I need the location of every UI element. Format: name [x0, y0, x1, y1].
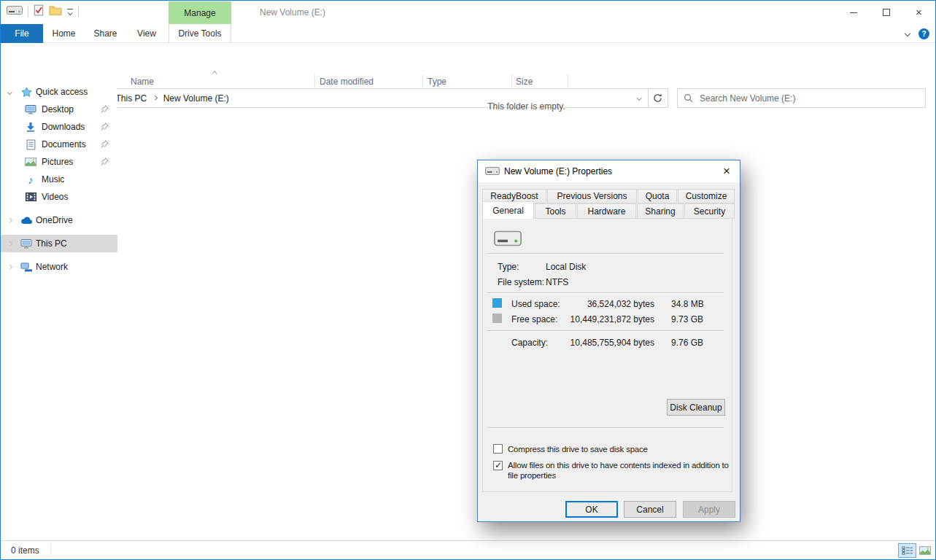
- tab-file[interactable]: File: [1, 24, 43, 43]
- minimize-icon: [850, 12, 857, 13]
- column-divider[interactable]: [568, 74, 568, 89]
- maximize-button[interactable]: [870, 1, 902, 23]
- index-contents-checkbox-label[interactable]: Allow files on this drive to have conten…: [508, 460, 734, 481]
- separator: [487, 330, 724, 332]
- capacity-readable: 9.76 GB: [671, 338, 703, 348]
- pin-icon: [101, 140, 109, 150]
- close-icon: ×: [916, 9, 922, 16]
- tab-general[interactable]: General: [482, 201, 534, 219]
- thumbnail-view-button[interactable]: [916, 543, 934, 558]
- type-value: Local Disk: [546, 262, 586, 272]
- tab-drive-tools[interactable]: Drive Tools: [169, 24, 231, 43]
- sidebar-item-label: Network: [36, 262, 68, 272]
- sidebar-item-onedrive[interactable]: OneDrive: [1, 211, 117, 229]
- compress-checkbox-label[interactable]: Compress this drive to save disk space: [508, 444, 734, 454]
- compress-checkbox[interactable]: [493, 444, 503, 454]
- status-bar: 0 items: [1, 540, 935, 559]
- sidebar-item-label: Quick access: [36, 87, 88, 97]
- details-view-button[interactable]: [898, 543, 916, 558]
- sidebar-item-network[interactable]: Network: [1, 258, 117, 276]
- apply-button[interactable]: Apply: [683, 501, 735, 518]
- close-button[interactable]: ×: [902, 1, 935, 23]
- ok-button[interactable]: OK: [565, 501, 618, 518]
- used-space-swatch: [492, 298, 502, 308]
- free-space-readable: 9.73 GB: [671, 314, 703, 324]
- separator: [487, 427, 724, 429]
- address-dropdown-icon[interactable]: [630, 96, 648, 100]
- window-controls: ×: [837, 1, 935, 23]
- cancel-button[interactable]: Cancel: [624, 501, 676, 518]
- tab-share[interactable]: Share: [85, 24, 126, 43]
- empty-folder-message: This folder is empty.: [117, 101, 935, 112]
- tab-tools[interactable]: Tools: [535, 203, 576, 219]
- maximize-icon: [883, 9, 890, 16]
- minimize-button[interactable]: [837, 1, 870, 23]
- details-view-icon: [902, 546, 913, 555]
- tab-customize[interactable]: Customize: [678, 189, 735, 203]
- title-bar: Manage New Volume (E:) ×: [1, 1, 935, 24]
- drive-icon: [7, 6, 23, 17]
- sort-ascending-icon: [212, 71, 217, 76]
- properties-icon[interactable]: [34, 4, 44, 18]
- sidebar-item-label: Music: [42, 174, 64, 184]
- toolbar-separator: [78, 6, 79, 18]
- sidebar-item-desktop[interactable]: Desktop: [1, 101, 117, 118]
- new-folder-icon[interactable]: [49, 5, 62, 18]
- column-header-name[interactable]: Name: [131, 77, 154, 87]
- expand-icon[interactable]: [7, 241, 12, 246]
- expand-ribbon-icon[interactable]: [905, 31, 910, 36]
- status-divider: [50, 543, 51, 556]
- separator: [487, 292, 724, 294]
- sidebar-item-pictures[interactable]: Pictures: [1, 153, 117, 171]
- sidebar-item-documents[interactable]: Documents: [1, 136, 117, 153]
- tab-security[interactable]: Security: [684, 203, 735, 219]
- collapse-icon[interactable]: [7, 90, 12, 94]
- film-icon: [24, 192, 37, 201]
- navigation-pane: Quick access Desktop Downloads Docume: [1, 68, 117, 540]
- sidebar-item-downloads[interactable]: Downloads: [1, 118, 117, 136]
- expand-icon[interactable]: [7, 218, 12, 222]
- dialog-title-bar: New Volume (E:) Properties ×: [478, 160, 740, 182]
- disk-cleanup-button[interactable]: Disk Cleanup: [667, 399, 725, 416]
- sidebar-item-this-pc[interactable]: This PC: [1, 235, 117, 252]
- file-explorer-window: Manage New Volume (E:) × File Home Share…: [0, 0, 936, 560]
- drive-icon: [494, 230, 522, 249]
- sidebar-item-videos[interactable]: Videos: [1, 188, 117, 206]
- help-icon[interactable]: ?: [918, 28, 929, 39]
- column-divider[interactable]: [314, 74, 315, 89]
- breadcrumb-chevron-icon[interactable]: [152, 96, 157, 100]
- star-icon: [20, 87, 33, 97]
- tab-quota[interactable]: Quota: [638, 189, 677, 203]
- monitor-icon: [24, 104, 37, 114]
- file-system-label: File system:: [498, 277, 544, 287]
- pin-icon: [101, 158, 109, 168]
- customize-toolbar-dropdown-icon[interactable]: [67, 9, 73, 15]
- column-header-size[interactable]: Size: [516, 77, 533, 87]
- expand-icon[interactable]: [7, 265, 12, 269]
- sidebar-item-label: Downloads: [42, 122, 85, 132]
- drive-icon: [485, 167, 500, 177]
- dialog-close-button[interactable]: ×: [713, 160, 740, 182]
- tab-hardware[interactable]: Hardware: [577, 203, 636, 219]
- sidebar-item-music[interactable]: ♪ Music: [1, 171, 117, 188]
- document-icon: [24, 139, 37, 150]
- sidebar-item-label: This PC: [36, 238, 67, 249]
- quick-access-toolbar: [7, 4, 79, 18]
- column-header-type[interactable]: Type: [428, 77, 446, 87]
- column-header-date-modified[interactable]: Date modified: [320, 77, 374, 87]
- address-bar-row: ← → ↑ This PC New Volume (E:): [1, 43, 935, 68]
- tab-previous-versions[interactable]: Previous Versions: [547, 189, 637, 203]
- index-contents-checkbox[interactable]: [493, 461, 503, 470]
- column-divider[interactable]: [422, 74, 423, 89]
- contextual-tab-manage[interactable]: Manage: [169, 1, 231, 24]
- column-divider[interactable]: [511, 74, 512, 89]
- item-count: 0 items: [11, 545, 39, 556]
- dialog-tab-row-front: General Tools Hardware Sharing Security: [482, 203, 735, 219]
- tab-sharing[interactable]: Sharing: [637, 203, 684, 219]
- sidebar-item-label: OneDrive: [36, 215, 73, 225]
- separator: [487, 253, 724, 254]
- tab-view[interactable]: View: [126, 24, 167, 43]
- tab-home[interactable]: Home: [43, 24, 85, 43]
- capacity-bytes: 10,485,755,904 bytes: [544, 338, 654, 348]
- sidebar-item-quick-access[interactable]: Quick access: [1, 83, 117, 101]
